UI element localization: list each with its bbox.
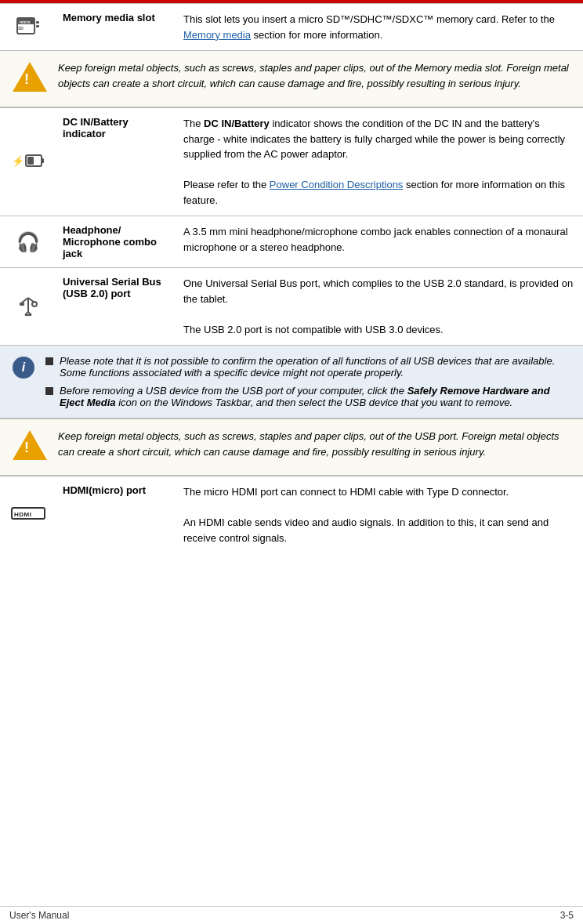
desc-headphone: A 3.5 mm mini headphone/microphone combo… (183, 226, 568, 253)
info-bullet-1: Please note that it is not possible to c… (45, 355, 570, 379)
desc-usb-p1: One Universal Serial Bus port, which com… (183, 277, 573, 305)
footer-left: User's Manual (9, 910, 69, 921)
info-bullet-2-text: Before removing a USB device from the US… (60, 385, 570, 408)
svg-text:⚡: ⚡ (12, 154, 25, 168)
row-dc-battery: ⚡ DC IN/Battery indicator The DC IN/Batt… (0, 107, 583, 216)
label-usb: Universal Serial Bus (USB 2.0) port (63, 276, 161, 299)
info-icon-usb: i (13, 355, 34, 379)
desc-col-headphone: A 3.5 mm mini headphone/microphone combo… (174, 216, 583, 267)
warning-icon-usb (13, 430, 47, 466)
icon-col-memory: micro SD (0, 4, 56, 50)
label-dc: DC IN/Battery indicator (63, 116, 129, 140)
svg-text:HDMI: HDMI (14, 511, 31, 518)
footer-right: 3-5 (560, 910, 574, 921)
desc-col-memory: This slot lets you insert a micro SD™/SD… (174, 4, 583, 50)
desc-hdmi-p2: An HDMI cable sends video and audio sign… (183, 516, 549, 544)
desc-col-usb: One Universal Serial Bus port, which com… (174, 268, 583, 345)
bold-dc: DC IN/Battery (204, 118, 270, 129)
label-headphone: Headphone/Microphone combo jack (63, 224, 157, 259)
warning-icon-memory (13, 62, 47, 97)
link-memory-media[interactable]: Memory media (183, 29, 251, 41)
icon-col-dc: ⚡ (0, 108, 56, 216)
label-col-hdmi: HDMI(micro) port (56, 476, 174, 553)
svg-rect-9 (27, 157, 34, 165)
info-notice-usb: i Please note that it is not possible to… (0, 345, 583, 419)
usb-icon (16, 295, 41, 319)
desc-memory-part2: section for more information. (251, 29, 382, 41)
svg-rect-5 (36, 25, 39, 27)
info-i-icon: i (13, 357, 34, 379)
row-hdmi: HDMI HDMI(micro) port The micro HDMI por… (0, 476, 583, 553)
row-headphone: 🎧 Headphone/Microphone combo jack A 3.5 … (0, 216, 583, 267)
label-memory: Memory media slot (63, 12, 155, 24)
warning-memory: Keep foreign metal objects, such as scre… (0, 50, 583, 107)
svg-text:micro: micro (20, 20, 31, 24)
svg-point-14 (32, 302, 37, 306)
label-col-dc: DC IN/Battery indicator (56, 108, 174, 216)
desc-memory-part1: This slot lets you insert a micro SD™/SD… (183, 13, 555, 25)
link-power-condition[interactable]: Power Condition Descriptions (270, 179, 404, 190)
desc-dc-p2: Please refer to the Power Condition Desc… (183, 179, 565, 206)
svg-line-11 (22, 298, 28, 303)
icon-col-usb (0, 268, 56, 345)
bold-safely-remove: Safely Remove Hardware and Eject Media (60, 385, 550, 408)
headphone-icon: 🎧 (16, 231, 40, 253)
bullet-sq-2 (45, 387, 53, 395)
warning-text-memory: Keep foreign metal objects, such as scre… (58, 60, 570, 91)
warning-usb: Keep foreign metal objects, such as scre… (0, 419, 583, 476)
icon-col-hdmi: HDMI (0, 476, 56, 553)
svg-rect-8 (42, 158, 44, 163)
desc-dc-p1: The DC IN/Battery indicator shows the co… (183, 118, 565, 160)
bullet-sq-1 (45, 357, 53, 365)
row-usb: Universal Serial Bus (USB 2.0) port One … (0, 267, 583, 345)
label-col-headphone: Headphone/Microphone combo jack (56, 216, 174, 267)
row-memory-media: micro SD Memory media slot This slot let… (0, 3, 583, 50)
label-col-memory: Memory media slot (56, 4, 174, 50)
info-bullet-2: Before removing a USB device from the US… (45, 385, 570, 408)
footer: User's Manual 3-5 (0, 906, 583, 924)
desc-col-hdmi: The micro HDMI port can connect to HDMI … (174, 476, 583, 553)
hdmi-icon: HDMI (11, 505, 45, 525)
info-content-usb: Please note that it is not possible to c… (45, 355, 570, 408)
warning-text-usb: Keep foreign metal objects, such as scre… (58, 429, 570, 459)
desc-col-dc: The DC IN/Battery indicator shows the co… (174, 108, 583, 216)
label-col-usb: Universal Serial Bus (USB 2.0) port (56, 268, 174, 345)
info-bullet-1-text: Please note that it is not possible to c… (60, 355, 570, 379)
svg-rect-13 (20, 303, 24, 306)
micro-sd-icon: micro SD (14, 15, 42, 39)
dc-icon: ⚡ (12, 152, 45, 172)
svg-text:SD: SD (18, 26, 24, 31)
svg-rect-4 (36, 21, 39, 24)
desc-hdmi-p1: The micro HDMI port can connect to HDMI … (183, 486, 509, 498)
icon-col-headphone: 🎧 (0, 216, 56, 267)
label-hdmi: HDMI(micro) port (63, 484, 146, 496)
desc-usb-p2: The USB 2.0 port is not compatible with … (183, 324, 444, 335)
